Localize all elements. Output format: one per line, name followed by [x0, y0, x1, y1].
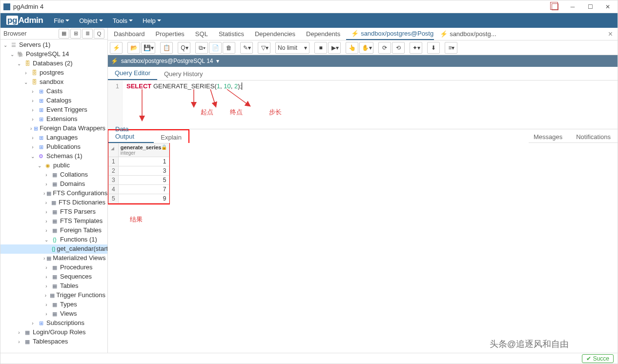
tree-item[interactable]: ›▦Login/Group Roles — [0, 328, 107, 337]
chevron-right-icon[interactable]: › — [30, 107, 36, 113]
tree-item[interactable]: ›▦Collations — [0, 170, 107, 180]
tab-query-tool-1[interactable]: ⚡ sandbox/postgres@PostgreSQL 14 * — [346, 28, 434, 40]
copy-sql-icon[interactable]: 📋 — [160, 42, 173, 54]
delete-icon[interactable]: 🗑 — [223, 42, 235, 54]
tree-item[interactable]: ›▦FTS Parsers — [0, 207, 107, 217]
tree-item[interactable]: ›▦FTS Configurations — [0, 189, 107, 198]
tree-item[interactable]: ›⊞Languages — [0, 133, 107, 142]
tree-item[interactable]: ›⊞Event Triggers — [0, 105, 107, 115]
chevron-right-icon[interactable]: › — [43, 264, 49, 271]
select-all-icon[interactable]: ◢ — [111, 146, 114, 151]
chevron-right-icon[interactable]: › — [43, 227, 49, 234]
menu-tools[interactable]: Tools — [108, 14, 138, 27]
chevron-right-icon[interactable]: › — [43, 181, 49, 187]
tree-item[interactable]: ›⊞Subscriptions — [0, 319, 107, 328]
tree-item[interactable]: ›▦Types — [0, 300, 107, 309]
chevron-right-icon[interactable]: › — [43, 283, 49, 289]
panel-grid-icon[interactable]: ⊞ — [70, 29, 81, 39]
result-row[interactable]: 35 — [109, 176, 169, 185]
menu-help[interactable]: Help — [138, 14, 166, 27]
edit-icon[interactable]: ✎▾ — [240, 42, 253, 54]
chevron-down-icon[interactable]: ▾ — [216, 58, 219, 64]
chevron-down-icon[interactable]: ⌄ — [16, 61, 22, 67]
tree-item[interactable]: ⌄☰Servers (1) — [0, 40, 107, 50]
chevron-right-icon[interactable]: › — [43, 274, 49, 280]
tree-item[interactable]: ⌄◉public — [0, 161, 107, 170]
chevron-right-icon[interactable]: › — [16, 339, 22, 345]
tree-item[interactable]: ›⊞Casts — [0, 87, 107, 96]
chevron-down-icon[interactable]: ⌄ — [9, 51, 15, 58]
tab-properties[interactable]: Properties — [151, 28, 189, 40]
chevron-down-icon[interactable]: ⌄ — [30, 153, 36, 160]
tree-item[interactable]: ›⊞Foreign Data Wrappers — [0, 124, 107, 133]
tree-item[interactable]: {}get_calendar(start, — [0, 244, 107, 254]
execute-icon[interactable]: ▶▾ — [328, 42, 341, 54]
tree-item[interactable]: ⌄⚙Schemas (1) — [0, 152, 107, 161]
tree-item[interactable]: ›▦Procedures — [0, 263, 107, 272]
close-button[interactable]: ✕ — [601, 2, 615, 12]
cell-value[interactable]: 9 — [118, 194, 169, 203]
tab-sql[interactable]: SQL — [190, 28, 213, 40]
chevron-right-icon[interactable]: › — [43, 292, 48, 299]
result-row[interactable]: 23 — [109, 166, 169, 176]
tree-item[interactable]: ›▦Domains — [0, 180, 107, 189]
rollback-icon[interactable]: ⟲ — [392, 42, 405, 54]
tree-item[interactable]: ›⊞Catalogs — [0, 96, 107, 105]
flash-icon[interactable]: ⚡ — [110, 42, 123, 54]
find-icon[interactable]: Q▾ — [178, 42, 190, 54]
tab-messages[interactable]: Messages — [358, 131, 569, 142]
tab-notifications[interactable]: Notifications — [569, 131, 618, 142]
stop-icon[interactable]: ■ — [314, 42, 327, 54]
panel-list-icon[interactable]: ≣ — [82, 29, 93, 39]
paste-icon[interactable]: 📄 — [209, 42, 222, 54]
panel-search-icon[interactable]: Q — [94, 29, 104, 39]
chevron-right-icon[interactable]: › — [43, 218, 49, 224]
chevron-right-icon[interactable]: › — [43, 172, 49, 178]
chevron-right-icon[interactable]: › — [23, 70, 29, 76]
filter-icon[interactable]: ▽▾ — [258, 42, 270, 54]
restore-stack-icon[interactable] — [548, 2, 562, 12]
tree-item[interactable]: ›▦Tables — [0, 282, 107, 291]
result-row[interactable]: 47 — [109, 185, 169, 194]
tree-item[interactable]: ⌄🗄Databases (2) — [0, 59, 107, 68]
result-row[interactable]: 59 — [109, 194, 169, 203]
menu-file[interactable]: File — [49, 14, 74, 27]
tab-dependencies[interactable]: Dependencies — [250, 28, 300, 40]
result-row[interactable]: 11 — [109, 157, 169, 166]
panel-layout-icon[interactable]: ▦ — [59, 29, 69, 39]
chevron-down-icon[interactable]: ⌄ — [2, 42, 8, 48]
menu-object[interactable]: Object — [74, 14, 108, 27]
chevron-right-icon[interactable]: › — [30, 320, 36, 326]
tab-close-icon[interactable]: × — [604, 30, 617, 39]
tab-data-output[interactable]: Data Output — [108, 123, 154, 143]
tree-item[interactable]: ›▦Sequences — [0, 272, 107, 282]
tree-item[interactable]: ›⊞Extensions — [0, 115, 107, 124]
tree-item[interactable]: ›▦FTS Templates — [0, 217, 107, 226]
tree-item[interactable]: ›🗄postgres — [0, 68, 107, 78]
cell-value[interactable]: 1 — [118, 157, 169, 166]
tree-item[interactable]: ›▦Materialized Views — [0, 254, 107, 263]
explain-icon[interactable]: 👆 — [346, 42, 358, 54]
tree-item[interactable]: ›▦FTS Dictionaries — [0, 198, 107, 207]
maximize-button[interactable]: ☐ — [583, 2, 597, 12]
connection-label[interactable]: sandbox/postgres@PostgreSQL 14 — [121, 58, 213, 64]
tree-item[interactable]: ›▦Trigger Functions — [0, 291, 107, 300]
tab-dashboard[interactable]: Dashboard — [109, 28, 150, 40]
tab-statistics[interactable]: Statistics — [214, 28, 249, 40]
chevron-right-icon[interactable]: › — [30, 116, 36, 122]
chevron-right-icon[interactable]: › — [16, 329, 22, 336]
cell-value[interactable]: 3 — [118, 166, 169, 176]
tree-item[interactable]: ⌄🗄sandbox — [0, 78, 107, 87]
tab-dependents[interactable]: Dependents — [301, 28, 345, 40]
chevron-right-icon[interactable]: › — [43, 190, 45, 197]
open-file-icon[interactable]: 📂 — [127, 42, 140, 54]
settings-icon[interactable]: ≡▾ — [445, 42, 457, 54]
chevron-right-icon[interactable]: › — [30, 98, 36, 104]
commit-icon[interactable]: ⟳ — [378, 42, 391, 54]
explain-analyze-icon[interactable]: ✋▾ — [359, 42, 373, 54]
chevron-right-icon[interactable]: › — [43, 302, 49, 308]
tree-item[interactable]: ›▦Views — [0, 309, 107, 319]
chevron-right-icon[interactable]: › — [43, 209, 49, 215]
tree-item[interactable]: ›⊞Publications — [0, 142, 107, 152]
cell-value[interactable]: 5 — [118, 176, 169, 185]
